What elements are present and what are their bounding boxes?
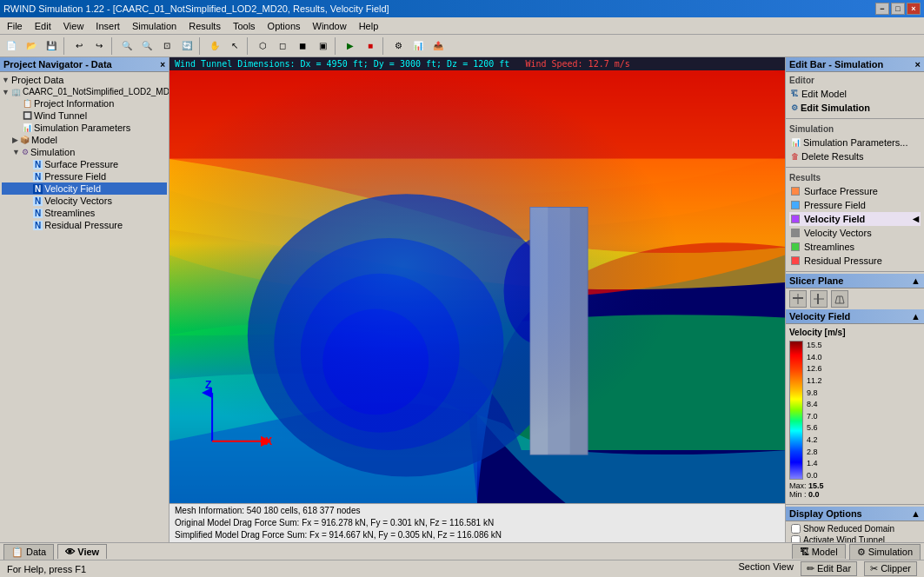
legend-gradient bbox=[789, 341, 803, 480]
menu-simulation[interactable]: Simulation bbox=[127, 19, 182, 33]
tb-sep2 bbox=[111, 37, 115, 55]
result-pressure-field[interactable]: Pressure Field bbox=[789, 198, 921, 212]
tree-streamlines[interactable]: N Streamlines bbox=[2, 207, 167, 219]
menu-edit[interactable]: Edit bbox=[30, 19, 57, 33]
minimize-button[interactable]: − bbox=[875, 3, 889, 15]
menu-insert[interactable]: Insert bbox=[90, 19, 125, 33]
legend-val-3: 11.2 bbox=[807, 376, 822, 385]
menu-file[interactable]: File bbox=[2, 19, 28, 33]
tb-zoom-out[interactable]: 🔍 bbox=[137, 36, 156, 56]
legend-max: Max: 15.5 bbox=[789, 481, 921, 490]
tab-view[interactable]: 👁 View bbox=[57, 544, 107, 559]
sim-params-button[interactable]: 📊 Simulation Parameters... bbox=[789, 136, 921, 149]
tb-save[interactable]: 💾 bbox=[42, 36, 61, 56]
result-velocity-vectors[interactable]: Velocity Vectors bbox=[789, 226, 921, 240]
tree-surface-pressure-label: Surface Pressure bbox=[44, 159, 118, 169]
tree-velocity-field[interactable]: N Velocity Field bbox=[2, 182, 167, 195]
tb-zoom-in[interactable]: 🔍 bbox=[117, 36, 136, 56]
tb-chart[interactable]: 📊 bbox=[409, 36, 428, 56]
pressure-field-icon: N bbox=[33, 172, 43, 182]
tb-rotate[interactable]: 🔄 bbox=[177, 36, 196, 56]
tb-open[interactable]: 📂 bbox=[22, 36, 41, 56]
cfd-visualization[interactable]: Z X bbox=[170, 70, 785, 503]
result-velocity-field[interactable]: Velocity Field ◀ bbox=[789, 212, 921, 226]
result-surface-pressure[interactable]: Surface Pressure bbox=[789, 184, 921, 198]
menu-results[interactable]: Results bbox=[183, 19, 226, 33]
menu-options[interactable]: Options bbox=[263, 19, 306, 33]
edit-bar-title: Edit Bar - Simulation bbox=[789, 59, 883, 70]
velocity-field-expand[interactable]: ▲ bbox=[911, 311, 921, 322]
tb-undo[interactable]: ↩ bbox=[70, 36, 89, 56]
menu-tools[interactable]: Tools bbox=[228, 19, 261, 33]
editor-label: Editor bbox=[789, 74, 921, 87]
velocity-vectors-icon: N bbox=[33, 196, 43, 206]
cb-reduced-domain[interactable]: Show Reduced Domain bbox=[789, 523, 921, 534]
menu-window[interactable]: Window bbox=[308, 19, 352, 33]
tree-sim-params[interactable]: 📊 Simulation Parameters bbox=[2, 122, 167, 134]
tb-stop[interactable]: ■ bbox=[361, 36, 380, 56]
menu-help[interactable]: Help bbox=[354, 19, 384, 33]
result-streamlines[interactable]: Streamlines bbox=[789, 240, 921, 254]
legend-labels: 15.5 14.0 12.6 11.2 9.8 8.4 7.0 5.6 4.2 … bbox=[807, 341, 822, 480]
tb-sep3 bbox=[199, 37, 203, 55]
slicer-expand[interactable]: ▲ bbox=[911, 275, 921, 286]
tree-project-name[interactable]: ▼ 🏢 CAARC_01_NotSimplified_LOD2_MD20 bbox=[2, 86, 167, 97]
delete-results-button[interactable]: 🗑 Delete Results bbox=[789, 149, 921, 163]
cb-reduced-domain-input[interactable] bbox=[791, 524, 801, 534]
tree-wind-tunnel[interactable]: 🔲 Wind Tunnel bbox=[2, 109, 167, 122]
pressure-field-color bbox=[791, 201, 800, 209]
velocity-field-color bbox=[791, 215, 800, 223]
tree-project-info[interactable]: 📋 Project Information bbox=[2, 97, 167, 109]
display-options-expand[interactable]: ▲ bbox=[911, 508, 921, 519]
tb-top[interactable]: ▣ bbox=[313, 36, 332, 56]
edit-bar-close[interactable]: × bbox=[915, 59, 921, 70]
cb-wind-tunnel[interactable]: Activate Wind Tunnel bbox=[789, 534, 921, 542]
tb-run[interactable]: ▶ bbox=[341, 36, 360, 56]
tb-export[interactable]: 📤 bbox=[429, 36, 448, 56]
tree-pressure-field[interactable]: N Pressure Field bbox=[2, 170, 167, 182]
nav-close-button[interactable]: × bbox=[160, 60, 165, 70]
main-layout: Project Navigator - Data × ▼ Project Dat… bbox=[0, 57, 924, 542]
sim-params-icon: 📊 bbox=[791, 138, 801, 147]
edit-simulation-button[interactable]: ⚙ Edit Simulation bbox=[789, 101, 921, 115]
tree-residual-pressure[interactable]: N Residual Pressure bbox=[2, 219, 167, 231]
slicer-btn-2[interactable] bbox=[810, 290, 828, 308]
tb-select[interactable]: ↖ bbox=[225, 36, 244, 56]
tree-wind-tunnel-label: Wind Tunnel bbox=[34, 110, 87, 121]
tb-iso[interactable]: ⬡ bbox=[253, 36, 272, 56]
tree-velocity-vectors[interactable]: N Velocity Vectors bbox=[2, 195, 167, 207]
slicer-btn-3[interactable] bbox=[831, 290, 848, 308]
tree-project-data[interactable]: ▼ Project Data bbox=[2, 74, 167, 86]
simulation-icon: ⚙ bbox=[22, 148, 29, 156]
close-button[interactable]: × bbox=[907, 3, 921, 15]
tb-new[interactable]: 📄 bbox=[2, 36, 21, 56]
tree-surface-pressure[interactable]: N Surface Pressure bbox=[2, 158, 167, 170]
tb-pan[interactable]: ✋ bbox=[205, 36, 224, 56]
tree-model[interactable]: ▶ 📦 Model bbox=[2, 134, 167, 146]
clipper-button[interactable]: ✂ Clipper bbox=[864, 561, 917, 576]
nav-tree: ▼ Project Data ▼ 🏢 CAARC_01_NotSimplifie… bbox=[0, 72, 169, 542]
edit-model-button[interactable]: 🏗 Edit Model bbox=[789, 87, 921, 101]
tab-simulation[interactable]: ⚙ Simulation bbox=[849, 544, 921, 560]
tb-front[interactable]: ◻ bbox=[273, 36, 292, 56]
svg-text:Z: Z bbox=[205, 379, 212, 391]
tab-data[interactable]: 📋 Data bbox=[3, 544, 54, 560]
tree-simulation[interactable]: ▼ ⚙ Simulation bbox=[2, 146, 167, 158]
maximize-button[interactable]: □ bbox=[891, 3, 905, 15]
tb-redo[interactable]: ↪ bbox=[90, 36, 109, 56]
result-residual-pressure[interactable]: Residual Pressure bbox=[789, 254, 921, 268]
menu-view[interactable]: View bbox=[58, 19, 90, 33]
tb-settings[interactable]: ⚙ bbox=[389, 36, 408, 56]
tree-pressure-field-label: Pressure Field bbox=[44, 171, 106, 182]
status-bar: For Help, press F1 Section View ✏ Edit B… bbox=[0, 560, 924, 577]
edit-bar-button[interactable]: ✏ Edit Bar bbox=[801, 561, 857, 576]
tb-zoom-fit[interactable]: ⊡ bbox=[157, 36, 176, 56]
tb-side[interactable]: ◼ bbox=[293, 36, 312, 56]
cb-wind-tunnel-input[interactable] bbox=[791, 535, 801, 542]
slicer-btn-1[interactable] bbox=[789, 290, 807, 308]
tab-model[interactable]: 🏗 Model bbox=[792, 544, 846, 559]
svg-rect-14 bbox=[170, 70, 785, 503]
app-title: RWIND Simulation 1.22 - [CAARC_01_NotSim… bbox=[3, 3, 389, 14]
tree-model-label: Model bbox=[31, 135, 57, 145]
viewport-canvas[interactable]: Z X bbox=[170, 70, 785, 503]
